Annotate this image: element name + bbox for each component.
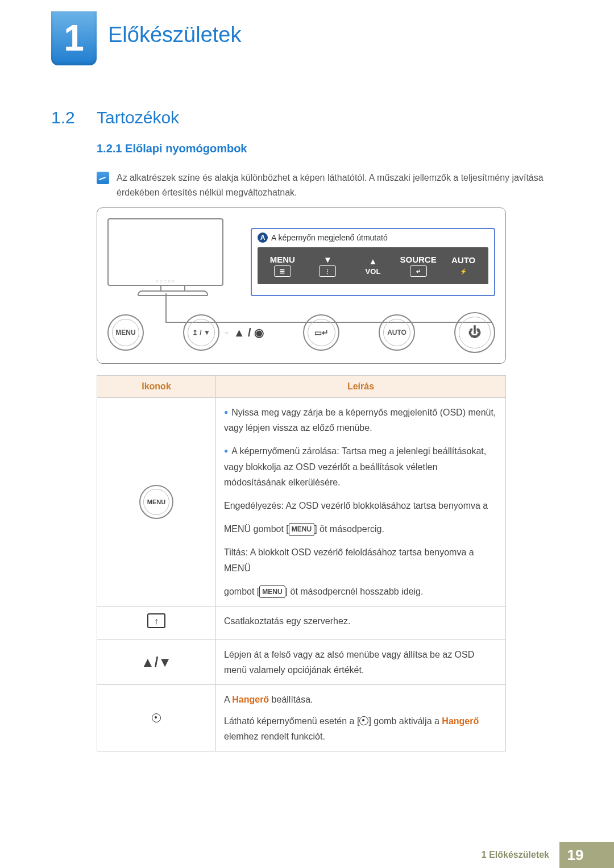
table-row: ▲/▼ Lépjen át a felső vagy az alsó menüb… bbox=[97, 640, 506, 685]
monitor-illustration: □ □ □ □ □ bbox=[107, 218, 238, 296]
menu-button[interactable]: MENU bbox=[107, 314, 144, 351]
strip-source-label: SOURCE bbox=[400, 255, 436, 264]
auto-button[interactable]: AUTO bbox=[379, 314, 415, 351]
table-row: MENU ●Nyissa meg vagy zárja be a képerny… bbox=[97, 398, 506, 607]
strip-menu-label: MENU bbox=[270, 255, 295, 264]
note-icon bbox=[97, 172, 109, 184]
nav-button-cluster[interactable]: ↥ / ▼ ○ ▲ / ◉ bbox=[183, 314, 264, 351]
menu-desc-cell: ●Nyissa meg vagy zárja be a képernyős me… bbox=[216, 398, 506, 607]
upload-icon bbox=[147, 613, 165, 628]
th-desc: Leírás bbox=[216, 376, 506, 398]
strip-up-label: ▲ bbox=[369, 256, 377, 266]
volume-desc-cell: A Hangerő beállítása. Látható képernyőme… bbox=[216, 685, 506, 751]
osd-strip: MENU ☰ ▼ ⋮ ▲ VOL SOURCE ↵ AUTO ⚡ bbox=[258, 247, 488, 284]
enter-icon: ↵ bbox=[410, 265, 427, 277]
strip-down-label: ▼ bbox=[323, 255, 332, 264]
up-down-icon: ▲/▼ bbox=[141, 654, 172, 670]
subsection-title: 1.2.1 Előlapi nyomógombok bbox=[97, 142, 247, 155]
table-row: A Hangerő beállítása. Látható képernyőme… bbox=[97, 685, 506, 751]
legend-marker: A bbox=[258, 232, 268, 243]
footer-page-number: 19 bbox=[559, 842, 591, 868]
chapter-title: Előkészületek bbox=[108, 23, 241, 47]
source-button[interactable]: ▭↵ bbox=[303, 314, 339, 351]
auto-icon: ⚡ bbox=[455, 266, 471, 276]
nav-desc-cell: Lépjen át a felső vagy az alsó menübe va… bbox=[216, 640, 506, 685]
th-icons: Ikonok bbox=[97, 376, 216, 398]
section-title: Tartozékok bbox=[97, 108, 179, 127]
server-desc-cell: Csatlakoztatás egy szerverhez. bbox=[216, 606, 506, 639]
menu-icon: ☰ bbox=[274, 265, 291, 277]
note-text: Az alkatrészek színe és alakja különbözh… bbox=[117, 171, 557, 200]
page-footer: 1 Előkészületek 19 bbox=[0, 842, 614, 868]
chapter-tab: 1 bbox=[51, 11, 97, 65]
legend-text: A képernyőn megjelenő útmutató bbox=[271, 233, 388, 242]
section-number: 1.2 bbox=[51, 108, 75, 127]
table-row: Csatlakoztatás egy szerverhez. bbox=[97, 606, 506, 639]
button-description-table: Ikonok Leírás MENU ●Nyissa meg vagy zárj… bbox=[97, 375, 506, 751]
target-icon bbox=[152, 713, 161, 722]
menu-chip: MENU bbox=[259, 585, 285, 598]
front-panel-diagram: □ □ □ □ □ A A képernyőn megjelenő útmuta… bbox=[97, 207, 506, 364]
menu-chip: MENU bbox=[289, 523, 314, 535]
strip-auto-label: AUTO bbox=[451, 255, 475, 265]
osd-panel-callout: A A képernyőn megjelenő útmutató MENU ☰ … bbox=[251, 228, 495, 296]
menu-icon-cell: MENU bbox=[139, 485, 173, 519]
vol-down-icon: ⋮ bbox=[319, 265, 336, 277]
target-icon-inline bbox=[359, 716, 368, 725]
power-button[interactable]: ⏻ bbox=[454, 312, 495, 353]
strip-vol-label: VOL bbox=[366, 267, 381, 276]
footer-chapter-label: 1 Előkészületek bbox=[471, 842, 559, 868]
